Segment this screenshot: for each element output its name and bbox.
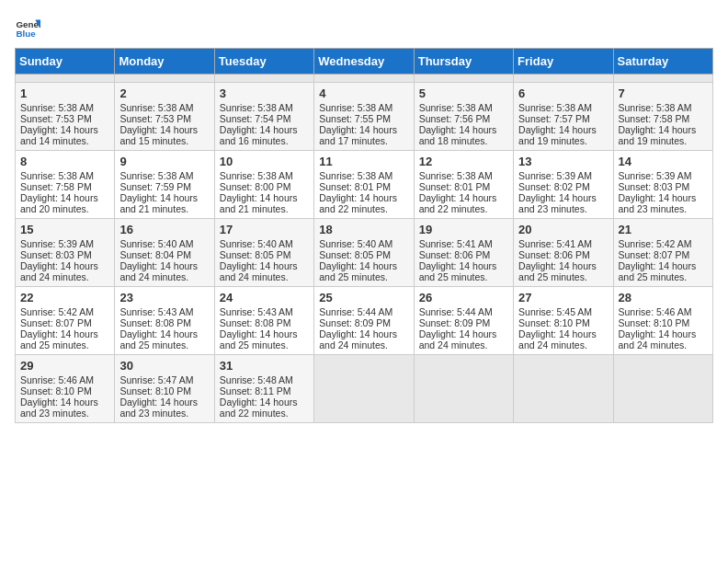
sunset: Sunset: 7:58 PM — [619, 113, 690, 124]
day-cell: 11Sunrise: 5:38 AMSunset: 8:01 PMDayligh… — [314, 151, 414, 219]
daylight: Daylight: 14 hours and 22 minutes. — [319, 192, 397, 214]
sunset: Sunset: 8:08 PM — [220, 317, 291, 328]
daylight: Daylight: 14 hours and 23 minutes. — [518, 192, 597, 214]
sunrise: Sunrise: 5:40 AM — [119, 238, 193, 249]
sunrise: Sunrise: 5:38 AM — [220, 170, 293, 181]
daylight: Daylight: 14 hours and 16 minutes. — [220, 124, 298, 146]
daylight: Daylight: 14 hours and 18 minutes. — [419, 124, 497, 146]
sunrise: Sunrise: 5:46 AM — [20, 374, 94, 385]
header-monday: Monday — [115, 49, 214, 75]
day-cell — [314, 75, 414, 83]
daylight: Daylight: 14 hours and 14 minutes. — [20, 124, 98, 146]
week-row-2: 8Sunrise: 5:38 AMSunset: 7:58 PMDaylight… — [16, 151, 713, 219]
sunset: Sunset: 8:01 PM — [319, 181, 391, 192]
sunrise: Sunrise: 5:41 AM — [419, 238, 493, 249]
logo-icon: General Blue — [15, 15, 40, 40]
sunset: Sunset: 8:07 PM — [20, 317, 92, 328]
daylight: Daylight: 14 hours and 19 minutes. — [619, 124, 697, 146]
day-cell: 20Sunrise: 5:41 AMSunset: 8:06 PMDayligh… — [514, 219, 613, 287]
day-number: 20 — [518, 223, 608, 236]
daylight: Daylight: 14 hours and 24 minutes. — [619, 328, 697, 350]
day-number: 13 — [518, 155, 608, 168]
page-header: General Blue — [15, 15, 713, 40]
day-cell: 12Sunrise: 5:38 AMSunset: 8:01 PMDayligh… — [414, 151, 513, 219]
sunset: Sunset: 8:03 PM — [20, 249, 92, 260]
sunset: Sunset: 7:54 PM — [220, 113, 291, 124]
sunset: Sunset: 8:01 PM — [419, 181, 491, 192]
day-number: 19 — [419, 223, 508, 236]
sunrise: Sunrise: 5:42 AM — [619, 238, 692, 249]
daylight: Daylight: 14 hours and 24 minutes. — [319, 328, 397, 350]
day-cell: 15Sunrise: 5:39 AMSunset: 8:03 PMDayligh… — [16, 219, 115, 287]
day-cell: 10Sunrise: 5:38 AMSunset: 8:00 PMDayligh… — [214, 151, 313, 219]
day-cell — [414, 355, 513, 423]
sunset: Sunset: 8:09 PM — [419, 317, 491, 328]
sunset: Sunset: 8:05 PM — [220, 249, 291, 260]
day-number: 10 — [220, 155, 309, 168]
day-number: 24 — [220, 291, 309, 304]
day-number: 23 — [119, 291, 209, 304]
sunrise: Sunrise: 5:38 AM — [319, 102, 392, 113]
day-number: 16 — [119, 223, 209, 236]
day-number: 27 — [518, 291, 608, 304]
sunset: Sunset: 7:59 PM — [119, 181, 191, 192]
day-cell: 26Sunrise: 5:44 AMSunset: 8:09 PMDayligh… — [414, 287, 513, 355]
day-cell: 27Sunrise: 5:45 AMSunset: 8:10 PMDayligh… — [514, 287, 613, 355]
day-cell: 24Sunrise: 5:43 AMSunset: 8:08 PMDayligh… — [214, 287, 313, 355]
day-cell: 13Sunrise: 5:39 AMSunset: 8:02 PMDayligh… — [514, 151, 613, 219]
week-row-0 — [16, 75, 713, 83]
sunrise: Sunrise: 5:38 AM — [319, 170, 392, 181]
day-cell: 18Sunrise: 5:40 AMSunset: 8:05 PMDayligh… — [314, 219, 414, 287]
daylight: Daylight: 14 hours and 19 minutes. — [518, 124, 597, 146]
sunrise: Sunrise: 5:40 AM — [220, 238, 293, 249]
day-number: 17 — [220, 223, 309, 236]
daylight: Daylight: 14 hours and 25 minutes. — [619, 260, 697, 282]
day-cell — [314, 355, 414, 423]
day-cell: 17Sunrise: 5:40 AMSunset: 8:05 PMDayligh… — [214, 219, 313, 287]
sunset: Sunset: 7:53 PM — [119, 113, 191, 124]
sunrise: Sunrise: 5:40 AM — [319, 238, 392, 249]
day-cell: 7Sunrise: 5:38 AMSunset: 7:58 PMDaylight… — [613, 83, 712, 151]
day-cell — [414, 75, 513, 83]
sunset: Sunset: 7:53 PM — [20, 113, 92, 124]
sunrise: Sunrise: 5:44 AM — [319, 306, 392, 317]
day-cell — [514, 75, 613, 83]
day-number: 26 — [419, 291, 508, 304]
day-number: 6 — [518, 86, 608, 100]
day-cell: 8Sunrise: 5:38 AMSunset: 7:58 PMDaylight… — [16, 151, 115, 219]
daylight: Daylight: 14 hours and 23 minutes. — [20, 396, 98, 419]
day-number: 9 — [119, 155, 209, 168]
daylight: Daylight: 14 hours and 25 minutes. — [518, 260, 597, 282]
daylight: Daylight: 14 hours and 22 minutes. — [419, 192, 497, 214]
day-number: 25 — [319, 291, 408, 304]
day-cell — [16, 75, 115, 83]
header-friday: Friday — [514, 49, 613, 75]
sunrise: Sunrise: 5:38 AM — [220, 102, 293, 113]
sunset: Sunset: 8:02 PM — [518, 181, 590, 192]
daylight: Daylight: 14 hours and 24 minutes. — [119, 260, 198, 282]
sunrise: Sunrise: 5:38 AM — [518, 102, 592, 113]
day-number: 22 — [20, 291, 109, 304]
day-cell: 14Sunrise: 5:39 AMSunset: 8:03 PMDayligh… — [613, 151, 712, 219]
daylight: Daylight: 14 hours and 25 minutes. — [119, 328, 198, 350]
sunrise: Sunrise: 5:45 AM — [518, 306, 592, 317]
day-number: 28 — [619, 291, 708, 304]
day-cell — [514, 355, 613, 423]
sunrise: Sunrise: 5:43 AM — [220, 306, 293, 317]
sunset: Sunset: 8:03 PM — [619, 181, 690, 192]
sunset: Sunset: 8:10 PM — [20, 385, 92, 396]
day-number: 31 — [220, 359, 309, 373]
day-number: 29 — [20, 359, 109, 373]
day-number: 1 — [20, 86, 109, 100]
day-number: 21 — [619, 223, 708, 236]
sunrise: Sunrise: 5:39 AM — [518, 170, 592, 181]
day-number: 3 — [220, 86, 309, 100]
header-sunday: Sunday — [16, 49, 115, 75]
sunset: Sunset: 8:04 PM — [119, 249, 191, 260]
daylight: Daylight: 14 hours and 20 minutes. — [20, 192, 98, 214]
header-thursday: Thursday — [414, 49, 513, 75]
day-cell: 22Sunrise: 5:42 AMSunset: 8:07 PMDayligh… — [16, 287, 115, 355]
daylight: Daylight: 14 hours and 23 minutes. — [619, 192, 697, 214]
day-cell: 3Sunrise: 5:38 AMSunset: 7:54 PMDaylight… — [214, 83, 313, 151]
daylight: Daylight: 14 hours and 17 minutes. — [319, 124, 397, 146]
